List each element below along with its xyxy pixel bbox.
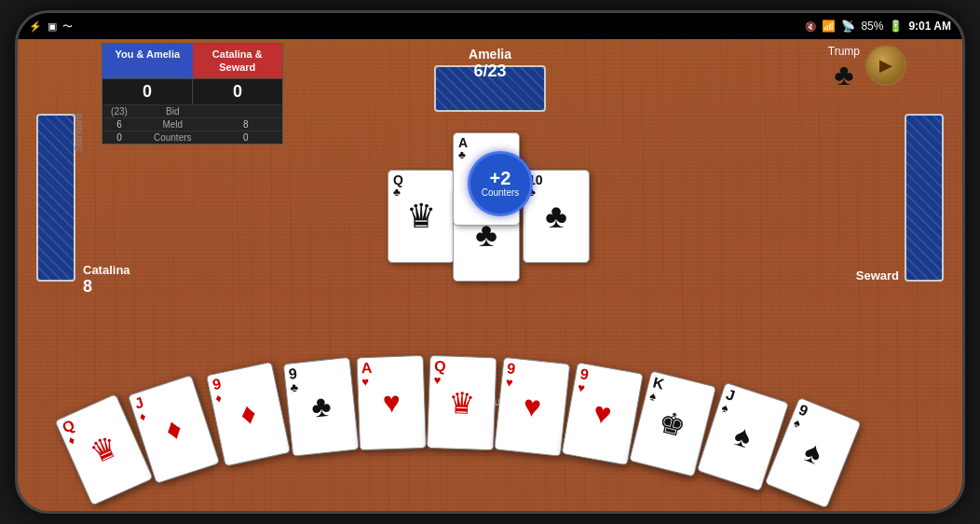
catalina-label: Catalina 8: [83, 263, 130, 296]
player-hand: Q ♦ ♛ J ♦ ♦ 9 ♦ ♦ 9 ♣ ♣: [89, 371, 891, 502]
played-card-queen-clubs[interactable]: Q ♣ ♛: [388, 170, 455, 263]
status-left: ⚡ ▣ 〜: [29, 20, 73, 34]
usb-icon: ⚡: [29, 21, 42, 33]
center-sym: ♥: [382, 385, 401, 421]
catalina-name: Catalina: [83, 263, 130, 277]
amelia-score: 6/23: [469, 62, 511, 81]
wifi-icon: 〜: [62, 20, 73, 34]
hand-card-7[interactable]: 9 ♥ ♥: [494, 357, 570, 457]
trump-button[interactable]: ▶: [865, 45, 906, 86]
center-sym: ♣: [309, 389, 333, 425]
suit: ♠: [792, 416, 802, 430]
seward-label: Seward: [856, 269, 899, 283]
amelia-info: Amelia 6/23: [469, 47, 511, 81]
seward-card-stack: [905, 114, 944, 282]
counters-label: Counters: [136, 131, 210, 144]
counters-value: +2: [490, 169, 511, 187]
trump-suit-symbol: ♣: [828, 58, 860, 92]
hand-card-4[interactable]: 9 ♣ ♣: [283, 357, 360, 457]
meld2-val: 8: [210, 118, 283, 131]
standard-label: Standard: [74, 114, 84, 152]
trump-area: Trump ♣: [828, 45, 860, 92]
score-panel-header: You & Amelia Catalina & Seward: [102, 44, 282, 78]
suit: ♠: [720, 401, 730, 414]
counters-row: 0 Counters 0: [102, 131, 282, 144]
suit: ♦: [214, 392, 223, 405]
team2-header: Catalina & Seward: [193, 44, 283, 78]
game-area: Standard You & Amelia Catalina & Seward …: [18, 39, 962, 511]
amelia-name: Amelia: [469, 47, 511, 62]
catalina-score: 8: [83, 277, 130, 296]
score-panel: You & Amelia Catalina & Seward 0 0 (23) …: [102, 43, 283, 145]
suit: ♥: [433, 374, 441, 386]
card-center-suit: ♣: [545, 197, 567, 236]
sim-icon: ▣: [48, 21, 57, 33]
rank: Q: [434, 359, 446, 374]
center-sym: ♦: [238, 395, 260, 433]
center-sym: ♥: [591, 395, 614, 433]
bid-label: Bid: [136, 105, 210, 117]
center-sym: ♚: [655, 404, 689, 445]
bid-value: [210, 105, 283, 117]
suit: ♠: [648, 390, 658, 403]
suit: ♣: [290, 381, 299, 394]
suit: ♥: [505, 376, 513, 389]
counters1-val: 0: [102, 131, 136, 144]
card-rank: A: [458, 136, 468, 149]
team1-header: You & Amelia: [102, 44, 193, 78]
center-sym: ♠: [730, 418, 756, 455]
status-bar: ⚡ ▣ 〜 🔇 📶 📡 85% 🔋 9:01 AM: [18, 13, 962, 39]
center-sym: ♛: [85, 428, 124, 472]
suit: ♦: [138, 409, 147, 422]
center-sym: ♛: [448, 385, 476, 421]
card-face-symbol: ♛: [406, 197, 436, 236]
hand-card-5[interactable]: A ♥ ♥: [357, 355, 427, 450]
clock: 9:01 AM: [908, 20, 951, 33]
counters-bubble-label: Counters: [482, 187, 520, 199]
card-rank: Q: [393, 173, 403, 186]
score-row: 0 0: [102, 78, 282, 104]
center-sym: ♠: [799, 434, 827, 472]
mute-icon: 🔇: [805, 21, 816, 32]
card-suit: ♣: [393, 186, 401, 198]
hand-card-3[interactable]: 9 ♦ ♦: [206, 362, 291, 467]
battery-icon: 🔋: [889, 20, 903, 33]
counters-bubble: +2 Counters: [468, 151, 533, 216]
team2-score: 0: [193, 79, 282, 104]
battery-percent: 85%: [861, 20, 883, 33]
counters2-val: 0: [210, 131, 283, 144]
trump-label: Trump: [828, 45, 860, 58]
center-play-area: Q ♣ ♛ A ♣ ♣ 9 ♣ ♣ 10 ♣ ♣: [360, 132, 620, 319]
team1-score: 0: [102, 79, 193, 104]
meld1-val: 6: [102, 118, 136, 131]
rank: A: [361, 361, 373, 376]
suit: ♥: [577, 381, 586, 394]
wifi-signal-icon: 📶: [822, 20, 836, 33]
card-suit: ♣: [458, 149, 466, 160]
hand-card-6[interactable]: Q ♥ ♛: [427, 355, 497, 450]
suit: ♦: [66, 434, 76, 448]
meld-row: 6 Meld 8: [102, 117, 282, 131]
bid-total: (23): [102, 105, 136, 117]
center-sym: ♥: [522, 389, 543, 425]
status-right: 🔇 📶 📡 85% 🔋 9:01 AM: [805, 20, 951, 33]
bid-row: (23) Bid: [102, 104, 282, 117]
center-sym: ♦: [161, 410, 186, 448]
suit: ♥: [361, 376, 369, 388]
meld-label: Meld: [136, 118, 210, 131]
device-frame: ⚡ ▣ 〜 🔇 📶 📡 85% 🔋 9:01 AM Standard You &…: [15, 10, 965, 514]
signal-icon: 📡: [841, 20, 855, 33]
catalina-card-stack: [36, 114, 75, 282]
trump-button-icon: ▶: [879, 55, 892, 76]
